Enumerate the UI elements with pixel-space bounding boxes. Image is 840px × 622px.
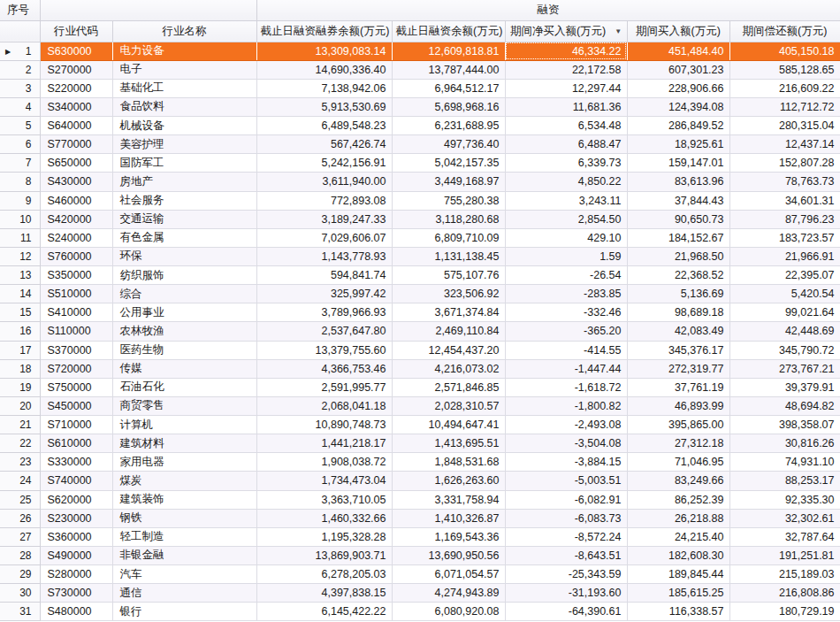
industry-code-cell[interactable]: S110000 (40, 322, 112, 341)
financing-balance-cell[interactable]: 12,454,437.20 (392, 341, 505, 359)
row-number-cell[interactable]: 12 (0, 247, 40, 265)
table-row[interactable]: 30S730000通信4,397,838.154,274,943.89-31,1… (0, 584, 840, 603)
row-number-cell[interactable]: 8 (0, 173, 40, 191)
industry-name-cell[interactable]: 环保 (112, 247, 256, 265)
table-row[interactable]: 2S270000电子14,690,336.4013,787,444.0022,1… (0, 60, 840, 79)
margin-trading-balance-cell[interactable]: 3,789,966.93 (256, 303, 392, 322)
table-row[interactable]: 20S450000商贸零售2,068,041.182,028,310.57-1,… (0, 396, 840, 415)
repay-amount-cell[interactable]: 30,816.26 (729, 434, 840, 453)
financing-balance-cell[interactable]: 3,118,280.68 (392, 210, 505, 228)
repay-amount-cell[interactable]: 42,448.69 (729, 322, 840, 341)
financing-balance-cell[interactable]: 5,042,157.35 (392, 154, 505, 173)
table-row[interactable]: 15S410000公用事业3,789,966.933,671,374.84-33… (0, 303, 840, 322)
row-number-cell[interactable]: ▶1 (0, 42, 40, 60)
net-buy-amount-cell[interactable]: 429.10 (505, 228, 627, 247)
table-row[interactable]: 13S350000纺织服饰594,841.74575,107.76-26.542… (0, 266, 840, 285)
industry-code-cell[interactable]: S730000 (40, 584, 112, 603)
buy-amount-cell[interactable]: 607,301.23 (627, 60, 729, 79)
financing-balance-cell[interactable]: 13,690,950.56 (392, 546, 505, 564)
table-row[interactable]: 29S280000汽车6,278,205.036,071,054.57-25,3… (0, 565, 840, 584)
industry-name-cell[interactable]: 家用电器 (112, 453, 256, 472)
repay-amount-cell[interactable]: 216,609.22 (729, 79, 840, 97)
margin-trading-balance-cell[interactable]: 6,145,422.22 (256, 603, 392, 621)
repay-amount-cell[interactable]: 32,302.61 (729, 509, 840, 527)
industry-name-cell[interactable]: 非银金融 (112, 546, 256, 564)
repay-amount-cell[interactable]: 273,767.21 (729, 359, 840, 378)
financing-balance-cell[interactable]: 10,494,647.41 (392, 416, 505, 434)
industry-name-cell[interactable]: 商贸零售 (112, 396, 256, 415)
row-number-cell[interactable]: 15 (0, 303, 40, 322)
row-number-cell[interactable]: 19 (0, 378, 40, 396)
repay-amount-cell[interactable]: 92,335.30 (729, 490, 840, 509)
buy-amount-cell[interactable]: 182,608.30 (627, 546, 729, 564)
net-buy-amount-cell[interactable]: 12,297.44 (505, 79, 627, 97)
net-buy-amount-cell[interactable]: -6,083.73 (505, 509, 627, 527)
net-buy-amount-cell[interactable]: -2,493.08 (505, 416, 627, 434)
net-buy-amount-cell[interactable]: -3,884.15 (505, 453, 627, 472)
industry-code-cell[interactable]: S720000 (40, 359, 112, 378)
net-buy-amount-cell[interactable]: -64,390.61 (505, 603, 627, 621)
repay-amount-cell[interactable]: 21,966.91 (729, 247, 840, 265)
repay-amount-cell[interactable]: 5,420.54 (729, 285, 840, 303)
row-number-cell[interactable]: 5 (0, 117, 40, 135)
repay-amount-cell[interactable]: 345,790.72 (729, 341, 840, 359)
margin-trading-balance-cell[interactable]: 3,363,710.05 (256, 490, 392, 509)
buy-amount-cell[interactable]: 71,046.95 (627, 453, 729, 472)
row-number-cell[interactable]: 18 (0, 359, 40, 378)
net-buy-amount-cell[interactable]: -8,572.24 (505, 527, 627, 546)
net-buy-amount-cell[interactable]: 11,681.36 (505, 97, 627, 116)
table-row[interactable]: 16S110000农林牧渔2,537,647.802,469,110.84-36… (0, 322, 840, 341)
industry-code-cell[interactable]: S650000 (40, 154, 112, 173)
table-row[interactable]: 4S340000食品饮料5,913,530.695,698,968.1611,6… (0, 97, 840, 116)
row-number-cell[interactable]: 29 (0, 565, 40, 584)
table-row[interactable]: 8S430000房地产3,611,940.003,449,168.974,850… (0, 173, 840, 191)
table-row[interactable]: 14S510000综合325,997.42323,506.92-283.855,… (0, 285, 840, 303)
margin-trading-balance-cell[interactable]: 1,734,473.04 (256, 472, 392, 490)
financing-balance-cell[interactable]: 5,698,968.16 (392, 97, 505, 116)
row-number-cell[interactable]: 4 (0, 97, 40, 116)
industry-name-cell[interactable]: 通信 (112, 584, 256, 603)
industry-code-cell[interactable]: S620000 (40, 490, 112, 509)
industry-name-cell[interactable]: 机械设备 (112, 117, 256, 135)
table-row[interactable]: 25S620000建筑装饰3,363,710.053,331,758.94-6,… (0, 490, 840, 509)
industry-code-cell[interactable]: S360000 (40, 527, 112, 546)
margin-trading-balance-cell[interactable]: 1,143,778.93 (256, 247, 392, 265)
table-row[interactable]: 22S610000建筑材料1,441,218.171,413,695.51-3,… (0, 434, 840, 453)
net-buy-amount-cell[interactable]: -6,082.91 (505, 490, 627, 509)
margin-trading-balance-cell[interactable]: 13,869,903.71 (256, 546, 392, 564)
repay-amount-cell[interactable]: 398,358.07 (729, 416, 840, 434)
table-row[interactable]: 23S330000家用电器1,908,038.721,848,531.68-3,… (0, 453, 840, 472)
buy-amount-cell[interactable]: 26,218.88 (627, 509, 729, 527)
repay-amount-cell[interactable]: 34,601.31 (729, 191, 840, 210)
margin-trading-balance-cell[interactable]: 6,489,548.23 (256, 117, 392, 135)
industry-name-cell[interactable]: 国防军工 (112, 154, 256, 173)
financing-balance-cell[interactable]: 6,080,920.08 (392, 603, 505, 621)
table-row[interactable]: 21S710000计算机10,890,748.7310,494,647.41-2… (0, 416, 840, 434)
financing-balance-cell[interactable]: 6,809,710.09 (392, 228, 505, 247)
margin-trading-balance-cell[interactable]: 1,441,218.17 (256, 434, 392, 453)
industry-code-cell[interactable]: S450000 (40, 396, 112, 415)
repay-amount-cell[interactable]: 32,787.64 (729, 527, 840, 546)
buy-amount-cell[interactable]: 286,849.52 (627, 117, 729, 135)
margin-trading-balance-cell[interactable]: 13,309,083.14 (256, 42, 392, 60)
row-number-cell[interactable]: 28 (0, 546, 40, 564)
buy-amount-cell[interactable]: 18,925.61 (627, 135, 729, 154)
margin-trading-balance-cell[interactable]: 1,460,332.66 (256, 509, 392, 527)
column-header-margin-trading-balance[interactable]: 截止日融资融券余额(万元) (256, 20, 392, 42)
row-number-cell[interactable]: 31 (0, 603, 40, 621)
industry-code-cell[interactable]: S410000 (40, 303, 112, 322)
financing-balance-cell[interactable]: 1,848,531.68 (392, 453, 505, 472)
industry-name-cell[interactable]: 轻工制造 (112, 527, 256, 546)
financing-balance-cell[interactable]: 1,410,326.87 (392, 509, 505, 527)
row-number-cell[interactable]: 25 (0, 490, 40, 509)
margin-trading-balance-cell[interactable]: 7,029,606.07 (256, 228, 392, 247)
net-buy-amount-cell[interactable]: 22,172.58 (505, 60, 627, 79)
margin-trading-balance-cell[interactable]: 5,913,530.69 (256, 97, 392, 116)
industry-code-cell[interactable]: S420000 (40, 210, 112, 228)
buy-amount-cell[interactable]: 86,252.39 (627, 490, 729, 509)
net-buy-amount-cell[interactable]: -1,447.44 (505, 359, 627, 378)
financing-balance-cell[interactable]: 1,131,138.45 (392, 247, 505, 265)
column-header-industry-code[interactable]: 行业代码 (40, 20, 112, 42)
table-row[interactable]: 18S720000传媒4,366,753.464,216,073.02-1,44… (0, 359, 840, 378)
margin-trading-balance-cell[interactable]: 3,189,247.33 (256, 210, 392, 228)
